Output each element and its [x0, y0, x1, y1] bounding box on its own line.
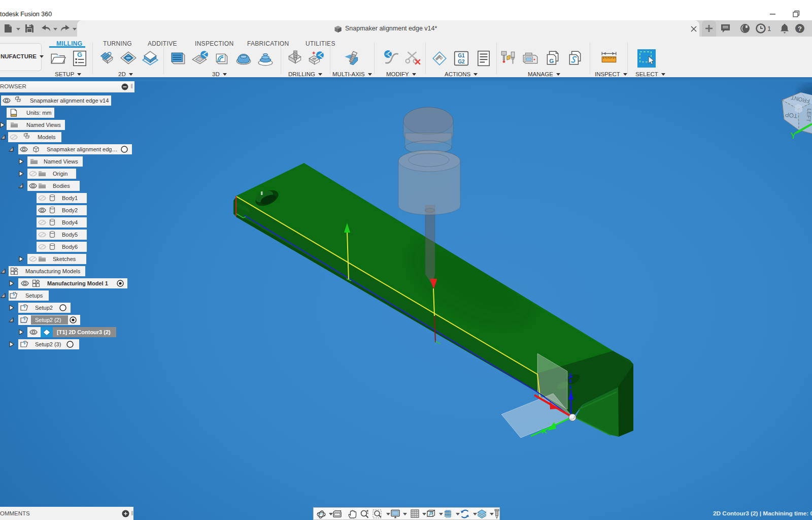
svg-text:Y: Y	[790, 131, 796, 141]
svg-text:G1: G1	[458, 53, 465, 58]
svg-text:G: G	[549, 57, 554, 64]
svg-text:?: ?	[798, 25, 802, 32]
svg-text:G2: G2	[458, 59, 465, 64]
svg-text:TOP: TOP	[785, 111, 798, 120]
svg-text:G: G	[77, 51, 82, 58]
